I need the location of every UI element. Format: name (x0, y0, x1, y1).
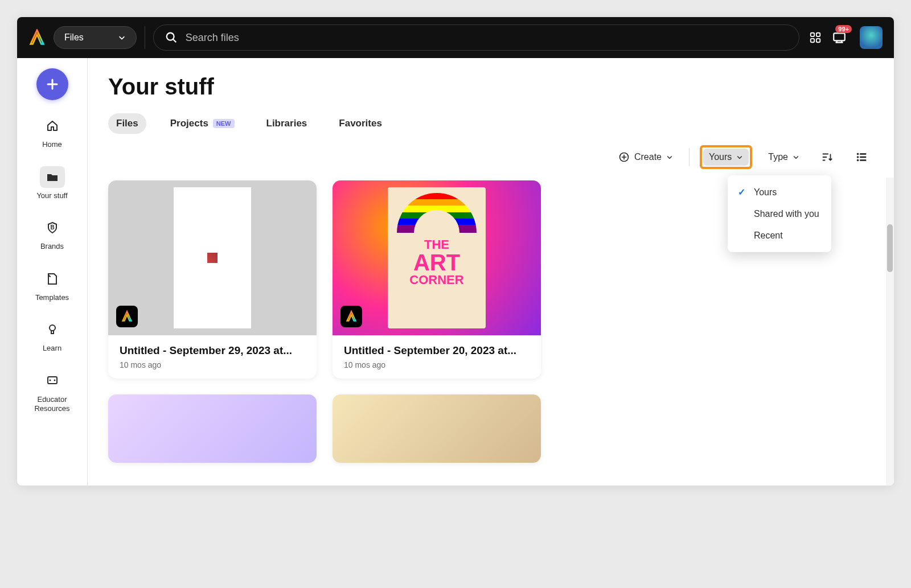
card-meta: 10 mos ago (120, 360, 305, 369)
dropdown-item-shared[interactable]: Shared with you (728, 203, 831, 225)
svg-rect-9 (48, 377, 57, 384)
create-new-button[interactable] (36, 68, 68, 100)
chevron-down-icon (666, 154, 673, 161)
sidebar-item-label: Educator Resources (29, 395, 76, 413)
ownership-dropdown-menu: ✓ Yours Shared with you Recent (728, 175, 831, 252)
tab-files[interactable]: Files (108, 113, 146, 134)
svg-text:B: B (50, 224, 54, 231)
create-button[interactable]: Create (613, 148, 679, 166)
svg-rect-4 (811, 39, 814, 42)
svg-point-8 (50, 325, 55, 331)
folder-icon (46, 170, 59, 184)
adobe-express-logo[interactable] (28, 29, 46, 46)
svg-rect-14 (860, 153, 866, 155)
learn-icon (46, 323, 59, 336)
app-badge-icon (116, 306, 138, 327)
sidebar-item-yourstuff[interactable]: Your stuff (27, 164, 78, 203)
new-badge: NEW (213, 119, 235, 128)
list-view-icon (855, 151, 868, 163)
scope-dropdown-label: Files (64, 32, 84, 43)
check-icon: ✓ (738, 187, 748, 198)
thumbnail: THE ART CORNER (333, 180, 541, 335)
search-input[interactable] (186, 32, 787, 44)
thumbnail (108, 180, 317, 335)
sidebar-item-label: Templates (35, 293, 69, 302)
sidebar-item-templates[interactable]: Templates (27, 266, 78, 305)
card-info: Untitled - September 20, 2023 at... 10 m… (333, 335, 541, 379)
card-title: Untitled - September 29, 2023 at... (120, 344, 305, 357)
thumbnail (108, 394, 317, 463)
file-card[interactable] (333, 394, 541, 463)
view-toggle-button[interactable] (850, 147, 873, 167)
tab-libraries[interactable]: Libraries (258, 113, 315, 134)
files-grid-row2 (108, 394, 873, 463)
home-icon (46, 119, 59, 133)
app-window: Files 99+ Home (17, 17, 894, 486)
svg-point-10 (49, 379, 51, 381)
tabs: Files ProjectsNEW Libraries Favorites (108, 113, 873, 134)
sidebar-item-home[interactable]: Home (27, 113, 78, 151)
sidebar-item-learn[interactable]: Learn (27, 316, 78, 355)
tab-projects[interactable]: ProjectsNEW (162, 113, 243, 134)
separator (689, 148, 690, 166)
sort-icon (821, 151, 834, 163)
chevron-down-icon (736, 154, 743, 161)
templates-icon (46, 272, 59, 286)
scope-dropdown[interactable]: Files (54, 26, 137, 49)
card-meta: 10 mos ago (344, 360, 530, 369)
card-info: Untitled - September 29, 2023 at... 10 m… (108, 335, 317, 379)
plus-icon (46, 77, 59, 91)
dropdown-item-recent[interactable]: Recent (728, 225, 831, 246)
sidebar-item-educator[interactable]: Educator Resources (27, 368, 78, 415)
svg-rect-5 (816, 39, 820, 42)
sidebar-item-brands[interactable]: B Brands (27, 215, 78, 253)
divider (145, 26, 145, 49)
scrollbar-thumb[interactable] (887, 224, 893, 272)
educator-icon (46, 374, 59, 388)
svg-rect-3 (816, 33, 820, 36)
svg-rect-16 (860, 157, 866, 158)
svg-point-17 (857, 159, 859, 162)
sidebar: Home Your stuff B Brands Templates Learn… (17, 58, 88, 486)
apps-grid-icon[interactable] (807, 30, 823, 46)
notifications-button[interactable]: 99+ (831, 30, 847, 46)
dropdown-item-yours[interactable]: ✓ Yours (728, 181, 831, 203)
topbar: Files 99+ (17, 17, 894, 58)
svg-rect-18 (860, 159, 866, 161)
type-filter-dropdown[interactable]: Type (762, 149, 805, 166)
svg-point-13 (857, 153, 859, 155)
main-area: Home Your stuff B Brands Templates Learn… (17, 58, 894, 486)
search-icon (165, 31, 178, 44)
search-bar[interactable] (153, 24, 799, 51)
sidebar-item-label: Learn (43, 344, 61, 353)
svg-line-1 (173, 39, 177, 43)
plus-circle-icon (618, 151, 630, 163)
sidebar-item-label: Home (42, 140, 62, 149)
file-card[interactable]: Untitled - September 29, 2023 at... 10 m… (108, 180, 317, 379)
sidebar-item-label: Your stuff (36, 191, 67, 200)
notification-badge: 99+ (835, 25, 852, 33)
tab-favorites[interactable]: Favorites (331, 113, 390, 134)
sort-button[interactable] (815, 147, 839, 167)
user-avatar[interactable] (860, 26, 883, 49)
chevron-down-icon (793, 154, 799, 161)
brand-icon: B (46, 221, 59, 235)
page-title: Your stuff (108, 74, 873, 100)
app-badge-icon (340, 306, 362, 327)
svg-point-0 (167, 33, 174, 40)
thumbnail (333, 394, 541, 463)
tutorial-highlight: Yours (700, 145, 752, 169)
svg-point-15 (857, 156, 859, 158)
svg-rect-2 (811, 33, 814, 36)
chevron-down-icon (118, 34, 126, 42)
file-card[interactable] (108, 394, 317, 463)
card-title: Untitled - September 20, 2023 at... (344, 344, 530, 357)
sidebar-item-label: Brands (40, 242, 64, 251)
ownership-filter-dropdown[interactable]: Yours (703, 149, 749, 166)
svg-rect-6 (834, 33, 845, 40)
file-card[interactable]: THE ART CORNER Untitled - September 20, … (333, 180, 541, 379)
content-area: Your stuff Files ProjectsNEW Libraries F… (88, 58, 894, 486)
toolbar: Create Yours Type (108, 145, 873, 169)
svg-point-11 (54, 379, 55, 381)
